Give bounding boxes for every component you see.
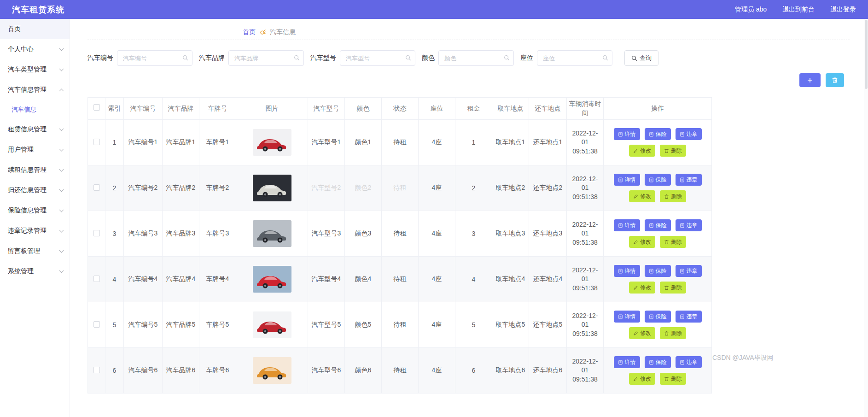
- page-scrollbar[interactable]: [864, 19, 868, 417]
- violation-button[interactable]: 违章: [676, 311, 702, 323]
- car-image: [253, 220, 291, 247]
- insurance-button[interactable]: 保险: [645, 356, 671, 368]
- cell-pickup-location: 取车地点6: [492, 348, 529, 394]
- edit-button[interactable]: 修改: [629, 373, 655, 385]
- sidebar-item[interactable]: 用户管理: [0, 140, 70, 160]
- filter-input[interactable]: [340, 50, 415, 66]
- row-select-cell: [88, 257, 105, 302]
- filter-input[interactable]: [117, 50, 192, 66]
- cell-index: 6: [105, 348, 124, 394]
- sidebar-item[interactable]: 租赁信息管理: [0, 119, 70, 140]
- detail-button[interactable]: 详情: [614, 174, 640, 186]
- row-checkbox[interactable]: [93, 367, 100, 373]
- cell-return-location: 还车地点3: [529, 211, 567, 257]
- sidebar-item[interactable]: 个人中心: [0, 39, 70, 59]
- delete-button[interactable]: 删除: [660, 190, 686, 202]
- insurance-button[interactable]: 保险: [645, 174, 671, 186]
- violation-button[interactable]: 违章: [676, 219, 702, 231]
- cell-seats: 4座: [419, 211, 455, 257]
- chevron-down-icon: [59, 248, 64, 253]
- sidebar-item-label: 系统管理: [8, 267, 34, 276]
- csdn-watermark: CSDN @JAVA毕设网: [712, 354, 774, 362]
- column-header: 颜色: [345, 98, 382, 120]
- sidebar-item[interactable]: 留言板管理: [0, 241, 70, 261]
- detail-button[interactable]: 详情: [614, 128, 640, 140]
- row-checkbox[interactable]: [93, 230, 100, 236]
- row-checkbox[interactable]: [93, 321, 100, 328]
- pencil-icon: [633, 285, 638, 290]
- filter-input[interactable]: [537, 50, 612, 66]
- cell-color: 颜色3: [345, 211, 382, 257]
- delete-button[interactable]: 删除: [660, 373, 686, 385]
- insurance-button[interactable]: 保险: [645, 265, 671, 277]
- column-header: 车辆消毒时间: [567, 98, 604, 120]
- sidebar: 首页 个人中心 汽车类型管理 汽车信息管理 汽车信息 租赁信息管理 用户管理 续…: [0, 19, 70, 417]
- insurance-button[interactable]: 保险: [645, 219, 671, 231]
- scrollbar-thumb[interactable]: [865, 20, 868, 89]
- edit-button[interactable]: 修改: [629, 236, 655, 248]
- breadcrumb-home-link[interactable]: 首页: [243, 28, 256, 36]
- filter-input[interactable]: [228, 50, 304, 66]
- delete-button[interactable]: 删除: [660, 145, 686, 157]
- sidebar-item-label: 保险信息管理: [8, 206, 47, 215]
- select-all-checkbox[interactable]: [93, 104, 100, 111]
- sidebar-item[interactable]: 汽车信息管理: [0, 80, 70, 100]
- detail-button[interactable]: 详情: [614, 219, 640, 231]
- breadcrumb-current: 汽车信息: [270, 28, 296, 36]
- sidebar-item[interactable]: 首页: [0, 19, 70, 39]
- sidebar-item[interactable]: 系统管理: [0, 261, 70, 282]
- search-icon: [182, 55, 188, 61]
- delete-button[interactable]: 删除: [660, 236, 686, 248]
- edit-button[interactable]: 修改: [629, 190, 655, 202]
- column-header: 取车地点: [492, 98, 529, 120]
- search-button[interactable]: 查询: [624, 50, 658, 66]
- cell-car-code: 汽车编号2: [124, 165, 163, 211]
- column-header: 汽车编号: [124, 98, 163, 120]
- exit-to-front-link[interactable]: 退出到前台: [782, 6, 815, 14]
- edit-button[interactable]: 修改: [629, 327, 655, 339]
- filter-item: 座位: [520, 50, 612, 66]
- insurance-button[interactable]: 保险: [645, 311, 671, 323]
- row-checkbox[interactable]: [93, 184, 100, 191]
- sidebar-item[interactable]: 续租信息管理: [0, 160, 70, 180]
- row-checkbox[interactable]: [93, 139, 100, 145]
- sidebar-subitem[interactable]: 汽车信息: [0, 100, 70, 119]
- chevron-down-icon: [59, 167, 64, 172]
- detail-button[interactable]: 详情: [614, 265, 640, 277]
- insurance-button[interactable]: 保险: [645, 128, 671, 140]
- cell-photo: [236, 348, 308, 394]
- violation-button[interactable]: 违章: [676, 356, 702, 368]
- violation-button[interactable]: 违章: [676, 265, 702, 277]
- add-button[interactable]: [799, 73, 821, 87]
- edit-button[interactable]: 修改: [629, 145, 655, 157]
- cell-disinfect-time: 2022-12-01 09:51:38: [567, 165, 604, 211]
- detail-button[interactable]: 详情: [614, 311, 640, 323]
- logout-link[interactable]: 退出登录: [830, 6, 856, 14]
- edit-button[interactable]: 修改: [629, 282, 655, 294]
- breadcrumb: 首页 汽车信息: [87, 24, 850, 40]
- sidebar-item[interactable]: 汽车类型管理: [0, 59, 70, 80]
- cell-index: 3: [105, 211, 124, 257]
- select-all-header: [88, 98, 105, 120]
- trash-icon: [832, 77, 838, 83]
- admin-user-link[interactable]: 管理员 abo: [735, 6, 767, 14]
- delete-button[interactable]: 删除: [660, 327, 686, 339]
- sidebar-item[interactable]: 违章记录管理: [0, 221, 70, 241]
- detail-button[interactable]: 详情: [614, 356, 640, 368]
- filter-item: 颜色: [422, 50, 514, 66]
- batch-delete-button[interactable]: [826, 73, 844, 87]
- cell-index: 4: [105, 257, 124, 302]
- violation-button[interactable]: 违章: [676, 128, 702, 140]
- column-header: 操作: [604, 98, 712, 120]
- filter-input[interactable]: [438, 50, 514, 66]
- cell-plate: 车牌号4: [199, 257, 236, 302]
- chevron-down-icon: [59, 127, 64, 131]
- filter-label: 座位: [520, 54, 533, 62]
- sidebar-item[interactable]: 归还信息管理: [0, 180, 70, 200]
- row-checkbox[interactable]: [93, 276, 100, 282]
- document-icon: [618, 132, 623, 137]
- sidebar-item-label: 留言板管理: [8, 247, 40, 255]
- sidebar-item[interactable]: 保险信息管理: [0, 200, 70, 221]
- delete-button[interactable]: 删除: [660, 282, 686, 294]
- violation-button[interactable]: 违章: [676, 174, 702, 186]
